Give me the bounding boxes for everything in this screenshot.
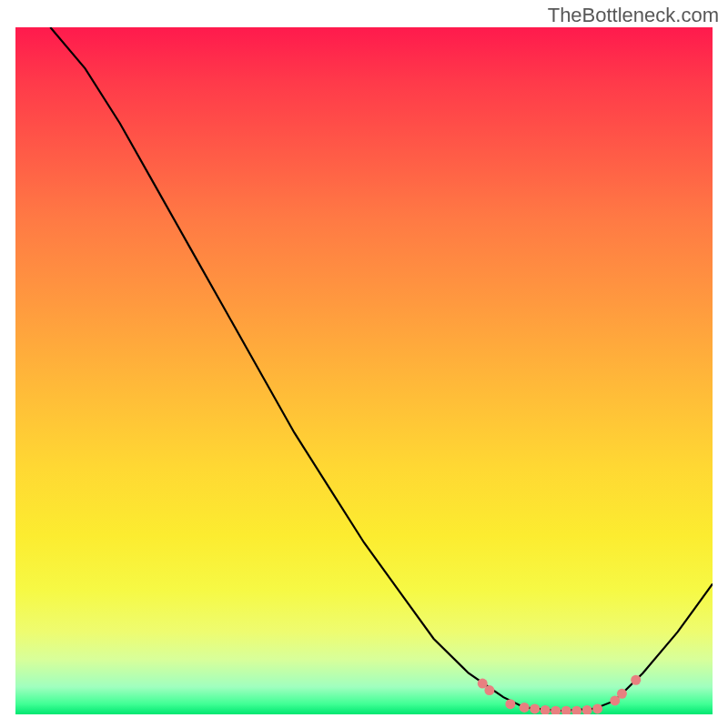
marker-dot bbox=[505, 699, 515, 709]
marker-dot bbox=[520, 703, 530, 713]
marker-dot bbox=[571, 706, 581, 714]
bottleneck-curve bbox=[50, 27, 713, 711]
marker-dot bbox=[541, 705, 551, 714]
marker-dot bbox=[631, 675, 641, 685]
attribution-text: TheBottleneck.com bbox=[548, 4, 719, 27]
marker-dot bbox=[561, 706, 571, 714]
marker-dot bbox=[530, 703, 540, 713]
marker-dots bbox=[478, 675, 642, 714]
marker-dot bbox=[617, 689, 627, 699]
chart-svg bbox=[15, 27, 713, 714]
marker-dot bbox=[582, 705, 592, 714]
marker-dot bbox=[484, 685, 494, 695]
marker-dot bbox=[551, 706, 561, 714]
marker-dot bbox=[592, 703, 602, 713]
chart-area bbox=[15, 27, 713, 714]
